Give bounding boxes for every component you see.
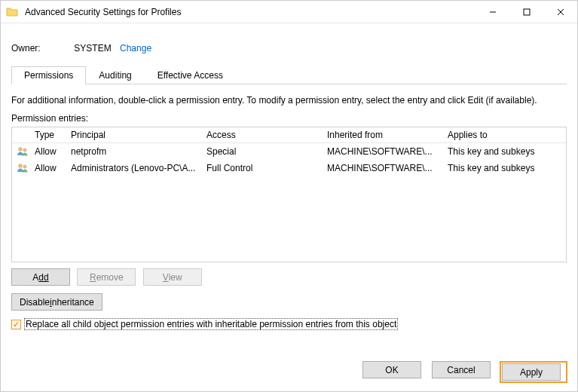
col-inherited[interactable]: Inherited from (323, 127, 443, 142)
svg-point-5 (23, 149, 26, 152)
cell-inherited: MACHINE\SOFTWARE\... (323, 144, 443, 159)
cell-applies: This key and subkeys (443, 144, 566, 159)
replace-children-label: Replace all child object permission entr… (24, 318, 398, 330)
svg-rect-1 (524, 9, 530, 15)
cell-principal: netprofm (66, 144, 202, 159)
cell-principal: Administrators (Lenovo-PC\A... (66, 161, 202, 176)
owner-value: SYSTEM (74, 43, 111, 54)
ok-button[interactable]: OK (362, 361, 421, 378)
owner-label: Owner: (11, 43, 72, 54)
entries-label: Permission entries: (11, 113, 567, 124)
tab-auditing[interactable]: Auditing (86, 66, 144, 84)
table-row[interactable]: AllownetprofmSpecialMACHINE\SOFTWARE\...… (12, 143, 566, 160)
content-panel: Owner: SYSTEM Change Permissions Auditin… (1, 23, 577, 338)
tab-permissions[interactable]: Permissions (11, 66, 86, 84)
apply-button[interactable]: Apply (502, 363, 561, 381)
apply-highlight: Apply (500, 361, 567, 383)
svg-point-6 (19, 164, 23, 168)
grid-body: AllownetprofmSpecialMACHINE\SOFTWARE\...… (12, 143, 566, 176)
col-type[interactable]: Type (30, 127, 66, 142)
cancel-button[interactable]: Cancel (432, 361, 491, 378)
maximize-button[interactable] (509, 1, 543, 23)
change-owner-link[interactable]: Change (120, 43, 151, 54)
cell-access: Special (202, 144, 323, 159)
col-access[interactable]: Access (202, 127, 323, 142)
minimize-button[interactable] (476, 1, 509, 23)
replace-children-row[interactable]: Replace all child object permission entr… (11, 318, 567, 330)
owner-row: Owner: SYSTEM Change (11, 43, 567, 54)
titlebar: Advanced Security Settings for Profiles (1, 1, 577, 23)
grid-header: Type Principal Access Inherited from App… (12, 127, 566, 143)
hint-text: For additional information, double-click… (11, 95, 567, 106)
col-principal[interactable]: Principal (66, 127, 202, 142)
tab-effective-access[interactable]: Effective Access (145, 66, 236, 84)
replace-children-checkbox[interactable] (11, 320, 21, 329)
tab-strip: Permissions Auditing Effective Access (11, 66, 567, 84)
close-button[interactable] (543, 1, 577, 23)
col-icon[interactable] (12, 127, 30, 142)
cell-inherited: MACHINE\SOFTWARE\... (323, 161, 443, 176)
cell-type: Allow (30, 144, 66, 159)
remove-button: Remove (77, 268, 136, 286)
svg-point-7 (23, 165, 26, 168)
add-button[interactable]: Add (11, 268, 70, 286)
table-row[interactable]: AllowAdministrators (Lenovo-PC\A...Full … (12, 160, 566, 176)
window-folder-icon (1, 1, 23, 23)
dialog-footer: OK Cancel Apply (362, 361, 567, 383)
cell-access: Full Control (202, 161, 323, 176)
window-title: Advanced Security Settings for Profiles (23, 7, 476, 17)
view-button: View (143, 268, 202, 286)
principal-icon (12, 160, 30, 176)
cell-type: Allow (30, 161, 66, 176)
inheritance-row: Disable inheritance (11, 293, 567, 311)
col-applies[interactable]: Applies to (443, 127, 566, 142)
entry-actions: Add Remove View (11, 268, 567, 286)
svg-point-4 (19, 148, 23, 152)
principal-icon (12, 143, 30, 160)
permission-grid[interactable]: Type Principal Access Inherited from App… (11, 127, 567, 262)
disable-inheritance-button[interactable]: Disable inheritance (11, 293, 102, 311)
cell-applies: This key and subkeys (443, 161, 566, 176)
